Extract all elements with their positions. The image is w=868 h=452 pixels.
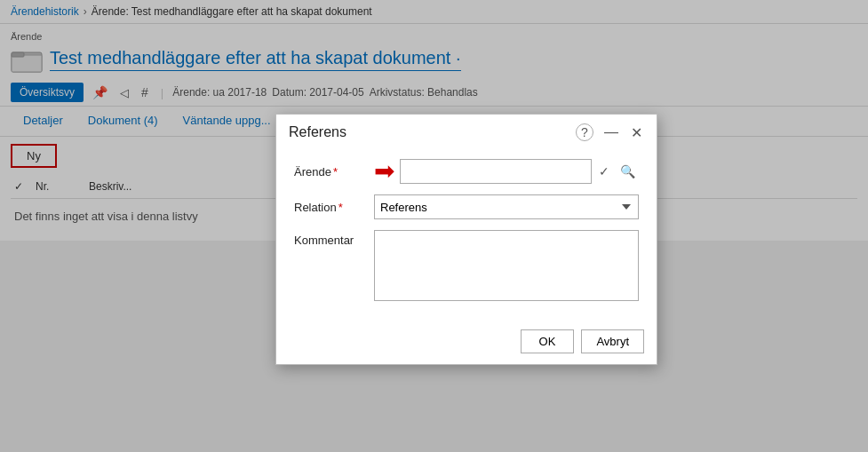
avbryt-button[interactable]: Avbryt (581, 329, 644, 353)
arende-field-label: Ärende* (294, 165, 374, 178)
modal-help-button[interactable]: ? (576, 123, 593, 141)
modal-body: Ärende* ➡ ✓ 🔍 Relation* Referens (276, 147, 657, 321)
arende-field-wrap: ✓ 🔍 (400, 159, 639, 184)
relation-form-row: Relation* Referens Relaterad Förälder Ba… (294, 194, 639, 219)
check-icon[interactable]: ✓ (595, 164, 613, 178)
modal-title: Referens (289, 124, 346, 140)
ok-button[interactable]: OK (521, 329, 575, 353)
kommentar-field-label: Kommentar (294, 230, 374, 247)
kommentar-textarea[interactable] (374, 230, 639, 301)
modal-overlay: Referens ? — ✕ Ärende* ➡ (0, 0, 868, 452)
referens-modal: Referens ? — ✕ Ärende* ➡ (275, 114, 657, 365)
modal-minimize-button[interactable]: — (602, 124, 620, 140)
modal-header: Referens ? — ✕ (276, 115, 657, 147)
relation-select[interactable]: Referens Relaterad Förälder Barn (374, 194, 639, 219)
arende-input[interactable] (400, 159, 592, 184)
arrow-icon: ➡ (374, 159, 394, 184)
modal-close-button[interactable]: ✕ (629, 124, 644, 141)
relation-field-wrap: Referens Relaterad Förälder Barn (374, 194, 639, 219)
modal-footer: OK Avbryt (276, 321, 657, 364)
relation-field-label: Relation* (294, 201, 374, 214)
kommentar-field-wrap (374, 230, 639, 301)
arende-required-star: * (333, 165, 338, 178)
modal-controls: ? — ✕ (576, 123, 644, 141)
arende-form-row: Ärende* ➡ ✓ 🔍 (294, 159, 639, 184)
relation-required-star: * (338, 201, 343, 214)
kommentar-form-row: Kommentar (294, 230, 639, 301)
search-icon[interactable]: 🔍 (617, 164, 639, 178)
